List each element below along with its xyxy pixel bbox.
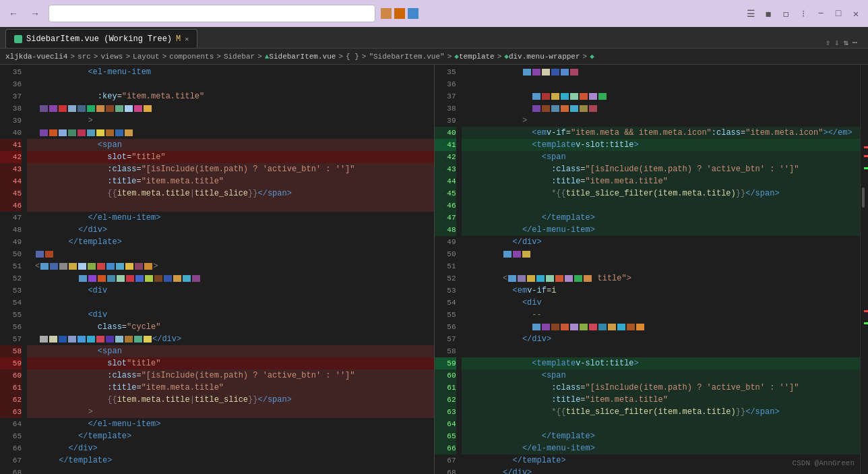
code-line-added: :title="item.meta.title" — [462, 175, 869, 187]
code-line-added: <span — [462, 369, 869, 382]
code-line-added: :class="[isInclude(item.path) ? 'active_… — [462, 163, 869, 175]
code-line: </template> — [27, 430, 434, 442]
code-line — [462, 345, 869, 357]
line-numbers-left: 35 36 37 38 39 40 41 42 43 44 45 46 47 4… — [0, 65, 27, 474]
vue-icon — [14, 35, 22, 43]
tab-sidebaritem[interactable]: SidebarItem.vue (Working Tree) M ✕ — [5, 29, 197, 48]
toolbar-diff-nav[interactable]: ⇅ — [844, 38, 848, 48]
diff-scrollbar[interactable] — [860, 65, 868, 474]
code-line-deleted: :title="item.meta.title" — [27, 382, 434, 394]
breadcrumb-views: views — [100, 53, 123, 61]
code-line-added: <em v-if="item.meta && item.meta.icon" :… — [462, 127, 869, 139]
tab-bar: SidebarItem.vue (Working Tree) M ✕ ⇧ ⇩ ⇅… — [0, 27, 868, 49]
code-line — [462, 78, 869, 90]
close-icon[interactable]: ✕ — [849, 7, 863, 20]
layout-icon[interactable]: ⁝ — [797, 7, 810, 20]
breadcrumb-filename: SidebarItem.vue — [269, 53, 336, 61]
code-line: -- — [462, 309, 869, 321]
code-line: < > — [27, 260, 434, 272]
code-lines-right: > <em v-if="item.meta && item.meta.icon"… — [462, 65, 869, 474]
breadcrumb-filename2: "SidebarItem.vue" — [369, 53, 444, 61]
code-line-added: *{{ title_slice_filter(item.meta.title) … — [462, 406, 869, 418]
code-line-added: :class="[isInclude(item.path) ? 'active_… — [462, 382, 869, 394]
line-numbers-right: 35 36 37 38 39 40 41 42 43 44 45 46 47 4… — [435, 65, 462, 474]
code-line: <div — [27, 285, 434, 297]
minimize-icon[interactable]: − — [814, 7, 828, 20]
breadcrumb-layout: Layout — [133, 53, 160, 61]
code-line: </div> — [462, 236, 869, 248]
code-line — [27, 467, 434, 474]
code-line: </div> — [27, 442, 434, 454]
code-line-deleted: <span — [27, 139, 434, 151]
breadcrumb: xljkda-vuecli4 > src > views > Layout > … — [0, 49, 868, 65]
breadcrumb-vue-indicator: ▲ — [265, 53, 270, 61]
code-line-deleted: :class="[isInclude(item.path) ? 'active_… — [27, 369, 434, 382]
toolbar-more[interactable]: ⋯ — [852, 38, 857, 48]
code-line: </div> — [462, 333, 869, 345]
code-line: < title"> — [462, 272, 869, 285]
code-line — [462, 248, 869, 260]
code-line: :key="item.meta.title" — [27, 90, 434, 102]
code-line: </div> — [27, 333, 434, 345]
breadcrumb-div-menu-label: div.menu-wrapper — [509, 53, 580, 61]
code-area-left: 35 36 37 38 39 40 41 42 43 44 45 46 47 4… — [0, 65, 434, 474]
code-line: class="cycle" — [27, 321, 434, 333]
panel-icon[interactable]: ◼ — [762, 7, 775, 20]
code-line-added — [462, 418, 869, 430]
code-line: <div — [27, 309, 434, 321]
code-line-added: </template> — [462, 212, 869, 224]
code-line-deleted: {{ item.meta.title | title_slice }}</spa… — [27, 394, 434, 406]
code-line — [27, 78, 434, 90]
code-line — [27, 297, 434, 309]
editor-pane-right: 35 36 37 38 39 40 41 42 43 44 45 46 47 4… — [435, 65, 869, 474]
code-line: > — [27, 115, 434, 127]
editor-container: 35 36 37 38 39 40 41 42 43 44 45 46 47 4… — [0, 65, 868, 474]
code-line — [462, 66, 869, 78]
tab-m-badge: M — [176, 34, 181, 44]
address-bar[interactable] — [49, 5, 375, 22]
sidebar-icon[interactable]: ☰ — [744, 7, 757, 20]
toolbar-go-down[interactable]: ⇩ — [834, 38, 839, 48]
code-line — [27, 102, 434, 115]
editor-pane-left: 35 36 37 38 39 40 41 42 43 44 45 46 47 4… — [0, 65, 435, 474]
window-controls: ☰ ◼ ◻ ⁝ − □ ✕ — [744, 7, 863, 20]
breadcrumb-template: ◆ — [454, 52, 459, 61]
code-line-deleted: :title="item.meta.title" — [27, 175, 434, 187]
toolbar-go-up[interactable]: ⇧ — [826, 38, 830, 48]
code-line-deleted — [27, 200, 434, 212]
breadcrumb-template-label: template — [459, 53, 495, 61]
code-line-added: </el-menu-item> — [462, 442, 869, 454]
code-area-right: 35 36 37 38 39 40 41 42 43 44 45 46 47 4… — [435, 65, 869, 474]
code-line-added: *{{ title_slice_filter(item.meta.title) … — [462, 187, 869, 200]
watermark: CSDN @AnnGreen — [793, 459, 855, 467]
breadcrumb-components: components — [169, 53, 214, 61]
split-icon[interactable]: ◻ — [779, 7, 793, 20]
breadcrumb-template2: ◆ — [590, 52, 594, 61]
code-line: <el-menu-item — [27, 66, 434, 78]
color-swatch-3 — [408, 8, 418, 19]
code-line: <em v-if=i — [462, 285, 869, 297]
code-lines-left: <el-menu-item :key="item.meta.title" — [27, 65, 434, 474]
breadcrumb-root: xljkda-vuecli4 — [5, 53, 67, 61]
code-line — [462, 260, 869, 272]
maximize-icon[interactable]: □ — [832, 7, 845, 20]
code-line — [27, 248, 434, 260]
code-line-deleted: > — [27, 406, 434, 418]
forward-button[interactable]: → — [27, 5, 43, 22]
code-line: </template> — [27, 236, 434, 248]
code-line-added: <span — [462, 151, 869, 163]
code-line — [462, 102, 869, 115]
tab-close-button[interactable]: ✕ — [185, 35, 189, 43]
code-line-added: </template> — [462, 430, 869, 442]
code-line — [27, 272, 434, 285]
breadcrumb-sidebar: Sidebar — [224, 53, 255, 61]
back-button[interactable]: ← — [5, 5, 22, 22]
color-swatch-1 — [381, 8, 392, 19]
code-line — [462, 321, 869, 333]
code-line-added-solid: <template v-slot:title> — [462, 139, 869, 151]
code-line-deleted-solid: slot "title" — [27, 357, 434, 369]
code-line: </div> — [27, 224, 434, 236]
browser-chrome: ← → ☰ ◼ ◻ ⁝ − □ ✕ — [0, 0, 868, 27]
breadcrumb-braces: { } — [346, 53, 359, 61]
code-line: </el-menu-item> — [27, 418, 434, 430]
